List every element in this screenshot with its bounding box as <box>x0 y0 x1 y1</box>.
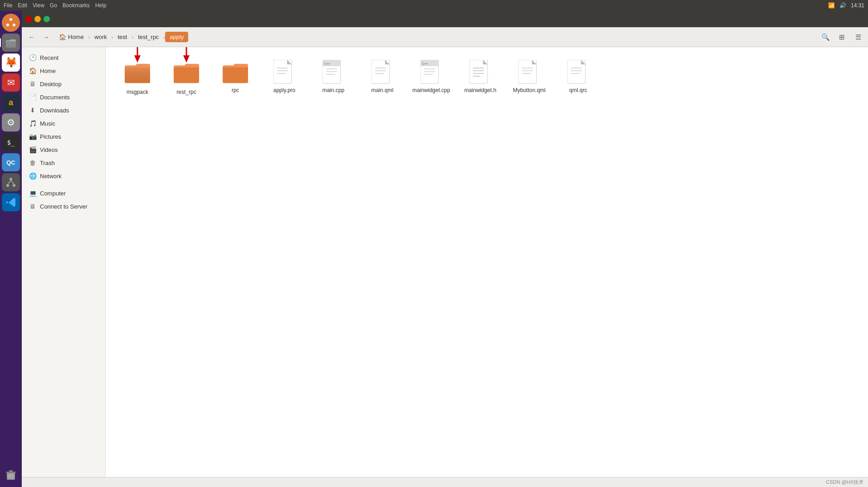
svg-text:C++: C++ <box>422 62 428 66</box>
file-item-qml-qrc[interactable]: qml.qrc <box>556 56 601 99</box>
dock-email[interactable]: ✉ <box>2 73 20 92</box>
sidebar-label-downloads: Downloads <box>40 107 69 114</box>
sidebar-item-home[interactable]: 🏠 Home <box>24 64 103 77</box>
search-button[interactable]: 🔍 <box>819 31 832 44</box>
file-item-msgpack[interactable]: msgpack <box>115 56 160 99</box>
svg-point-2 <box>6 24 9 26</box>
menu-bookmarks[interactable]: Bookmarks <box>63 2 90 9</box>
title-bar: × – + <box>22 11 868 27</box>
svg-text:C++: C++ <box>324 62 330 66</box>
dock-qc[interactable]: QC <box>2 153 20 171</box>
menu-file[interactable]: File <box>4 2 12 9</box>
sidebar-label-pictures: Pictures <box>40 133 61 140</box>
dock-amazon[interactable]: a <box>2 93 20 112</box>
network-icon: 🌐 <box>29 172 36 180</box>
file-manager: × – + ← → 🏠 🏠 Home Home › work › test › … <box>22 11 868 487</box>
menu-edit[interactable]: Edit <box>18 2 27 9</box>
downloads-icon: ⬇ <box>29 107 36 114</box>
svg-marker-10 <box>6 198 15 207</box>
file-item-mainwidget-h[interactable]: mainwidget.h <box>458 56 503 99</box>
dock: 🦊 ✉ a ⚙ $_ QC <box>0 11 22 487</box>
view-toggle-button[interactable]: ⊞ <box>835 31 848 44</box>
sidebar-label-recent: Recent <box>40 54 59 61</box>
documents-icon: 📄 <box>29 93 36 101</box>
home-icon: 🏠 <box>59 34 66 40</box>
menu-go[interactable]: Go <box>50 2 57 9</box>
file-name-main-cpp: main.cpp <box>322 87 345 93</box>
file-item-mainwidget-cpp[interactable]: C++ mainwidget.cpp <box>409 56 454 99</box>
svg-rect-4 <box>6 40 16 48</box>
folder-icon-rest-rpc <box>174 60 199 85</box>
dock-terminal[interactable]: $_ <box>2 133 20 151</box>
dock-smartgit[interactable] <box>2 173 20 191</box>
dock-vscode[interactable] <box>2 193 20 211</box>
svg-rect-12 <box>6 472 16 473</box>
file-name-mainwidget-cpp: mainwidget.cpp <box>412 87 450 93</box>
sidebar-label-documents: Documents <box>40 94 70 101</box>
dock-firefox[interactable]: 🦊 <box>2 54 20 72</box>
sidebar-label-videos: Videos <box>40 146 58 153</box>
breadcrumb-work[interactable]: work <box>90 32 111 42</box>
sidebar-item-desktop[interactable]: 🖥 Desktop <box>24 78 103 90</box>
folder-icon-rpc <box>223 60 248 85</box>
doc-icon-mainwidget-cpp: C++ <box>419 60 444 85</box>
svg-rect-25 <box>223 66 248 83</box>
trash-icon: 🗑 <box>29 159 36 166</box>
sidebar-item-pictures[interactable]: 📷 Pictures <box>24 130 103 143</box>
file-item-apply-pro[interactable]: apply.pro <box>262 56 307 99</box>
dock-settings[interactable]: ⚙ <box>2 113 20 131</box>
sidebar-item-documents[interactable]: 📄 Documents <box>24 91 103 103</box>
svg-point-5 <box>10 178 12 180</box>
dock-trash[interactable] <box>2 465 20 483</box>
svg-rect-24 <box>174 66 199 83</box>
minimize-button[interactable]: – <box>34 16 41 22</box>
file-item-main-qml[interactable]: main.qml <box>360 56 405 99</box>
file-item-rpc[interactable]: rpc <box>213 56 258 99</box>
file-item-main-cpp[interactable]: C++ main.cpp <box>311 56 356 99</box>
breadcrumb-apply[interactable]: apply <box>165 32 188 42</box>
sidebar-item-downloads[interactable]: ⬇ Downloads <box>24 104 103 117</box>
maximize-button[interactable]: + <box>44 16 50 22</box>
sidebar-label-network: Network <box>40 173 62 180</box>
sidebar-item-connect-server[interactable]: 🖥 Connect to Server <box>24 200 103 213</box>
svg-line-9 <box>11 180 14 184</box>
breadcrumb-home[interactable]: 🏠 🏠 Home Home <box>54 32 88 42</box>
doc-icon-main-cpp: C++ <box>321 60 346 85</box>
menu-view[interactable]: View <box>33 2 44 9</box>
sidebar-item-computer[interactable]: 💻 Computer <box>24 187 103 200</box>
connect-server-icon: 🖥 <box>29 203 36 210</box>
dock-files[interactable] <box>2 34 20 52</box>
tray-sound-icon: 🔊 <box>839 2 846 9</box>
menu-help[interactable]: Help <box>95 2 107 9</box>
sidebar-label-desktop: Desktop <box>40 81 62 88</box>
sidebar-label-music: Music <box>40 120 55 127</box>
close-button[interactable]: × <box>25 16 32 22</box>
pictures-icon: 📷 <box>29 133 36 140</box>
file-name-mainwidget-h: mainwidget.h <box>464 87 497 93</box>
sidebar-label-connect-server: Connect to Server <box>40 203 88 210</box>
menu-button[interactable]: ☰ <box>852 31 864 44</box>
breadcrumb-test[interactable]: test <box>113 32 132 42</box>
sidebar-item-network[interactable]: 🌐 Network <box>24 170 103 182</box>
back-button[interactable]: ← <box>25 31 38 44</box>
music-icon: 🎵 <box>29 120 36 127</box>
sidebar-item-music[interactable]: 🎵 Music <box>24 117 103 130</box>
videos-icon: 🎬 <box>29 146 36 153</box>
system-time: 14:31 <box>851 2 864 9</box>
system-bar-menu: File Edit View Go Bookmarks Help <box>4 2 107 9</box>
file-name-apply-pro: apply.pro <box>273 87 295 93</box>
file-item-rest-rpc[interactable]: rest_rpc <box>164 56 209 99</box>
sidebar: 🕐 Recent 🏠 Home 🖥 Desktop 📄 Documents ⬇ … <box>22 47 106 477</box>
toolbar-right: 🔍 ⊞ ☰ <box>819 31 864 44</box>
sidebar-item-trash[interactable]: 🗑 Trash <box>24 156 103 169</box>
folder-icon-msgpack <box>125 60 150 85</box>
forward-button[interactable]: → <box>40 31 53 44</box>
svg-rect-21 <box>125 66 150 83</box>
svg-point-3 <box>13 24 15 26</box>
breadcrumb-test-rpc[interactable]: test_rpc <box>133 32 163 42</box>
sidebar-item-recent[interactable]: 🕐 Recent <box>24 51 103 64</box>
watermark: CSDN @HX技术 <box>826 479 863 486</box>
dock-ubuntu[interactable] <box>2 14 20 32</box>
sidebar-item-videos[interactable]: 🎬 Videos <box>24 143 103 156</box>
file-item-mybutton-qml[interactable]: Mybutton.qml <box>507 56 552 99</box>
